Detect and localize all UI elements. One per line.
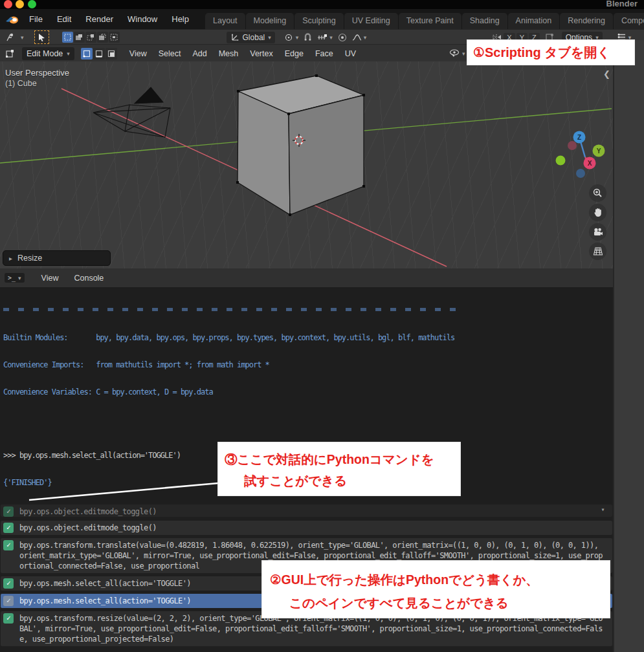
annotation-step1-text: ①Scripting タブを開く (473, 44, 610, 61)
tweak-tool-icon (6, 33, 19, 42)
camera-up-triangle (135, 87, 163, 103)
info-row[interactable]: ✓ bpy.ops.object.editmode_toggle() (1, 521, 612, 535)
tweak-tool-active-button[interactable] (34, 30, 49, 44)
annotation-step2-line1: ②GUI上で行った操作はPythonでどう書くか、 (270, 568, 610, 591)
zoom-view-button[interactable] (589, 184, 606, 202)
viewport-menu-edge[interactable]: Edge (279, 49, 309, 58)
menu-help[interactable]: Help (164, 14, 196, 24)
close-window-button[interactable] (4, 0, 12, 8)
viewport-menu-view[interactable]: View (124, 49, 153, 58)
menu-edit[interactable]: Edit (50, 14, 78, 24)
editor-type-dropdown[interactable] (3, 49, 18, 59)
operator-redo-panel[interactable]: ▸ Resize (3, 250, 111, 266)
check-icon: ✓ (3, 540, 14, 550)
annotation-step1: ①Scripting タブを開く (467, 40, 634, 65)
select-extend-tool-button[interactable] (74, 32, 85, 43)
chevron-down-icon: ▾ (296, 34, 299, 41)
camera-view-button[interactable] (589, 223, 606, 241)
hand-icon (594, 208, 603, 217)
check-icon: ✓ (3, 506, 14, 517)
tab-shading[interactable]: Shading (462, 13, 507, 29)
camera-icon (593, 228, 603, 236)
cursor-arrow-icon (38, 33, 45, 41)
console-header: >_ ▾ View Console (0, 268, 613, 287)
navigation-gizmo[interactable]: Z Y X (556, 131, 605, 179)
chevron-down-icon: ▾ (329, 34, 333, 41)
viewport-menu-select[interactable]: Select (153, 49, 187, 58)
menu-render[interactable]: Render (78, 14, 120, 24)
tab-texture-paint[interactable]: Texture Paint (399, 13, 461, 29)
gizmo-neg-z-ball[interactable] (576, 169, 585, 178)
select-subtract-tool-button[interactable] (85, 32, 96, 43)
check-icon: ✓ (3, 578, 14, 589)
tab-uv-editing[interactable]: UV Editing (344, 13, 398, 29)
console-menu-view[interactable]: View (34, 274, 67, 283)
viewport-menu-add[interactable]: Add (186, 49, 212, 58)
chevron-down-icon: ▾ (67, 50, 70, 57)
face-select-mode-button[interactable] (105, 48, 117, 60)
chevron-down-icon: ▾ (462, 50, 465, 57)
console-editor-type-dropdown[interactable]: >_ ▾ (5, 273, 25, 283)
chevron-down-icon[interactable]: ▾ (601, 505, 605, 515)
window-title: Blender (606, 0, 638, 8)
orientation-axes-icon (230, 33, 239, 41)
tab-animation[interactable]: Animation (508, 13, 560, 29)
falloff-curve-icon (352, 34, 362, 41)
snap-target-dropdown[interactable]: ▾ (315, 33, 335, 42)
tab-modeling[interactable]: Modeling (246, 13, 294, 29)
chevron-down-icon: ▾ (595, 34, 599, 41)
snap-toggle-button[interactable] (301, 32, 315, 42)
edge-select-mode-button[interactable] (93, 48, 105, 60)
viewport-menu-mesh[interactable]: Mesh (213, 49, 245, 58)
perspective-grid-icon (593, 246, 603, 256)
visibility-dropdown[interactable]: ▾ (447, 49, 468, 58)
sidebar-collapse-arrow[interactable]: ❮ (603, 69, 610, 79)
zoom-window-button[interactable] (28, 0, 36, 8)
select-mode-buttons (62, 32, 120, 43)
menu-file[interactable]: File (22, 14, 50, 24)
vertex-select-mode-button[interactable] (81, 48, 93, 60)
chevron-down-icon: ▾ (364, 34, 367, 41)
check-icon: ✓ (3, 613, 14, 624)
menu-window[interactable]: Window (120, 14, 164, 24)
console-menu-console[interactable]: Console (66, 274, 111, 283)
scene-canvas: Z Y X (0, 61, 613, 268)
chevron-down-icon: ▾ (18, 275, 21, 281)
chevron-down-icon: ▾ (21, 34, 24, 41)
minimize-window-button[interactable] (16, 0, 24, 8)
right-editor-strip (613, 40, 644, 652)
annotation-step3: ③ここで対話的にPythonコマンドを 試すことができる (218, 442, 460, 495)
gizmo-neg-y-ball[interactable] (556, 156, 566, 166)
console-banner-line: Convenience Variables: C = bpy.context, … (3, 387, 613, 397)
macos-titlebar: Blender (0, 0, 644, 9)
check-icon: ✓ (3, 596, 14, 606)
tab-rendering[interactable]: Rendering (560, 13, 613, 29)
console-banner-line: Convenience Imports: from mathutils impo… (3, 360, 613, 369)
tab-sculpting[interactable]: Sculpting (294, 13, 343, 29)
3d-viewport-editor-icon (5, 49, 16, 58)
viewport-menu-uv[interactable]: UV (339, 49, 362, 58)
active-tool-dropdown[interactable]: ▾ (3, 32, 27, 43)
mode-select-dropdown[interactable]: Edit Mode ▾ (22, 47, 74, 60)
pivot-point-dropdown[interactable]: ▾ (282, 32, 302, 43)
proportional-falloff-dropdown[interactable]: ▾ (350, 33, 370, 42)
gizmo-neg-x-ball[interactable] (568, 141, 577, 150)
select-difference-tool-button[interactable] (97, 32, 108, 43)
camera-object[interactable] (93, 87, 170, 137)
pan-view-button[interactable] (589, 204, 606, 221)
tab-compositing[interactable]: Compositing (614, 13, 644, 29)
toggle-ortho-button[interactable] (589, 243, 606, 260)
cube-object[interactable] (236, 74, 365, 216)
select-intersect-tool-button[interactable] (109, 32, 120, 43)
annotation-step2-line2: このペインですべて見ることができる (270, 591, 610, 614)
3d-viewport[interactable]: User Perspective (1) Cube (0, 61, 613, 268)
mode-label: Edit Mode (27, 49, 63, 58)
info-row[interactable]: ✓ bpy.ops.object.editmode_toggle() ▾ (1, 505, 612, 517)
viewport-menu-face[interactable]: Face (309, 49, 339, 58)
transform-orientation-dropdown[interactable]: Global ▾ (227, 32, 275, 43)
tab-layout[interactable]: Layout (205, 13, 245, 29)
proportional-edit-toggle[interactable] (335, 32, 350, 43)
select-box-tool-button[interactable] (62, 32, 73, 43)
scrolled-clipped-line (3, 308, 456, 311)
viewport-menu-vertex[interactable]: Vertex (244, 49, 278, 58)
